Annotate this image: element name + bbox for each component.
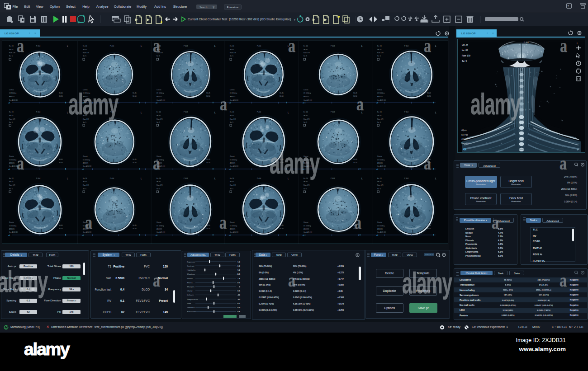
svg-text:Im: 65: Im: 65 xyxy=(377,49,382,51)
svg-text:L: L xyxy=(67,178,68,180)
svg-text:L: L xyxy=(288,178,289,180)
svg-text:30-45: 30-45 xyxy=(59,92,63,94)
svg-text:Crimini: Crimini xyxy=(377,221,382,223)
svg-text:Crimini: Crimini xyxy=(83,155,88,157)
svg-text:Im: 65: Im: 65 xyxy=(303,115,308,117)
svg-text:Im: 65: Im: 65 xyxy=(303,181,308,183)
svg-text:Se: 5: Se: 5 xyxy=(156,122,160,123)
svg-text:Gre AQ5 HH: Gre AQ5 HH xyxy=(377,165,386,167)
svg-text:Ex: 24: Ex: 24 xyxy=(156,45,161,47)
svg-text:P 404: P 404 xyxy=(524,41,529,43)
svg-text:Crimini: Crimini xyxy=(83,89,88,91)
svg-text:30-45: 30-45 xyxy=(206,159,210,160)
svg-text:Exposure: Exposure xyxy=(187,261,195,263)
svg-text:Se: 5: Se: 5 xyxy=(230,188,233,190)
svg-text:Im: 65: Im: 65 xyxy=(156,115,161,117)
svg-text:Negative: Negative xyxy=(461,142,470,145)
svg-text:30-45: 30-45 xyxy=(206,92,210,94)
svg-text:Ram 179: Ram 179 xyxy=(377,52,384,54)
svg-text:Se: 5: Se: 5 xyxy=(230,122,233,123)
svg-text:30-50: 30-50 xyxy=(133,228,137,230)
svg-text:Crimini: Crimini xyxy=(83,221,88,223)
svg-text:Se: 5: Se: 5 xyxy=(303,188,307,190)
svg-text:AB4015: AB4015 xyxy=(83,96,88,98)
svg-text:Ex: 24: Ex: 24 xyxy=(230,111,234,113)
svg-text:Current Client Controller Test: Current Client Controller Test [10293 fi… xyxy=(188,18,291,21)
svg-text:Ram 179: Ram 179 xyxy=(9,118,15,120)
svg-text:30-45: 30-45 xyxy=(427,92,431,94)
svg-text:Ex: 24: Ex: 24 xyxy=(462,44,468,46)
svg-text:AB4015: AB4015 xyxy=(377,228,383,230)
svg-text:Se: 5: Se: 5 xyxy=(156,188,160,190)
svg-text:x8: x8 xyxy=(82,102,84,104)
svg-text:0.6: 0.6 xyxy=(237,290,241,292)
svg-text:Im: 65: Im: 65 xyxy=(156,181,161,183)
svg-text:01 100deg: 01 100deg xyxy=(9,225,16,227)
svg-text:L: L xyxy=(435,45,436,47)
svg-text:Ram 179: Ram 179 xyxy=(230,118,236,120)
svg-text:Crimini: Crimini xyxy=(156,89,161,91)
svg-text:-5.5: -5.5 xyxy=(237,273,240,275)
svg-text:AB4015: AB4015 xyxy=(9,162,14,164)
svg-text:40µm: 40µm xyxy=(461,129,467,131)
svg-text:L: L xyxy=(141,45,142,47)
svg-text:Sharpen: Sharpen xyxy=(187,286,194,288)
svg-text:Im: 65: Im: 65 xyxy=(9,181,14,183)
svg-text:Crimini: Crimini xyxy=(9,155,14,157)
svg-text:30-45: 30-45 xyxy=(427,225,431,226)
svg-text:Gre AQ5 HH: Gre AQ5 HH xyxy=(230,231,239,233)
svg-text:L: L xyxy=(141,112,142,114)
svg-text:30-50: 30-50 xyxy=(133,162,137,164)
svg-text:30-45: 30-45 xyxy=(133,92,137,94)
svg-text:P 404: P 404 xyxy=(257,178,261,179)
svg-text:x8: x8 xyxy=(156,235,157,236)
svg-text:01 100deg: 01 100deg xyxy=(156,92,164,94)
svg-text:Ram 179: Ram 179 xyxy=(462,55,470,57)
svg-text:Im: 65: Im: 65 xyxy=(462,49,468,52)
svg-text:AB4015: AB4015 xyxy=(377,96,383,98)
svg-text:Gre AQ5 HH: Gre AQ5 HH xyxy=(230,99,239,101)
svg-text:Ex: 24: Ex: 24 xyxy=(83,111,87,113)
svg-text:P 404: P 404 xyxy=(331,178,335,179)
svg-text:Crimini: Crimini xyxy=(303,89,308,91)
svg-text:Im: 65: Im: 65 xyxy=(9,49,14,51)
svg-text:Se: 5: Se: 5 xyxy=(462,60,467,62)
svg-text:Im: 65: Im: 65 xyxy=(230,115,234,117)
svg-text:Se: 5: Se: 5 xyxy=(83,122,86,123)
svg-text:P 404: P 404 xyxy=(257,111,261,113)
svg-text:Ram 179: Ram 179 xyxy=(303,52,310,54)
svg-text:P 404: P 404 xyxy=(331,111,335,113)
svg-text:Gre AQ5 HH: Gre AQ5 HH xyxy=(377,231,386,233)
svg-text:Crimini: Crimini xyxy=(9,89,14,91)
svg-text:Crimini: Crimini xyxy=(303,155,308,157)
svg-text:30-45: 30-45 xyxy=(427,159,431,160)
svg-text:30-50: 30-50 xyxy=(353,95,357,97)
svg-text:-1.2: -1.2 xyxy=(237,265,240,267)
svg-text:01 100deg: 01 100deg xyxy=(156,225,164,227)
svg-text:30-45: 30-45 xyxy=(133,159,137,160)
svg-text:Ex: 24: Ex: 24 xyxy=(9,111,14,113)
svg-text:Im: 65: Im: 65 xyxy=(83,115,87,117)
svg-text:Se: 5: Se: 5 xyxy=(303,122,307,123)
svg-text:1.2: 1.2 xyxy=(237,269,241,271)
svg-text:x8: x8 xyxy=(229,169,231,170)
svg-text:-0.9: -0.9 xyxy=(237,306,240,309)
svg-text:-60: -60 xyxy=(237,298,241,301)
svg-text:Ram 179: Ram 179 xyxy=(156,184,163,186)
svg-text:Crimini: Crimini xyxy=(156,155,161,157)
svg-text:x8: x8 xyxy=(156,169,157,170)
svg-text:Im: 65: Im: 65 xyxy=(230,181,234,183)
svg-text:x8: x8 xyxy=(229,235,231,236)
svg-text:L: L xyxy=(435,178,436,180)
svg-text:30-50: 30-50 xyxy=(280,228,284,230)
svg-text:01 100deg: 01 100deg xyxy=(377,159,384,161)
svg-text:01 100deg: 01 100deg xyxy=(303,225,311,227)
svg-text:01 100deg: 01 100deg xyxy=(303,159,311,161)
svg-text:Ex: 24: Ex: 24 xyxy=(83,178,87,179)
svg-text:Ram 179: Ram 179 xyxy=(377,118,384,120)
svg-text:L: L xyxy=(214,45,216,47)
svg-text:P 404: P 404 xyxy=(36,178,40,179)
svg-text:Ram 179: Ram 179 xyxy=(303,184,310,186)
svg-text:Ram 179: Ram 179 xyxy=(303,118,310,120)
svg-text:Ram 179: Ram 179 xyxy=(230,52,236,54)
